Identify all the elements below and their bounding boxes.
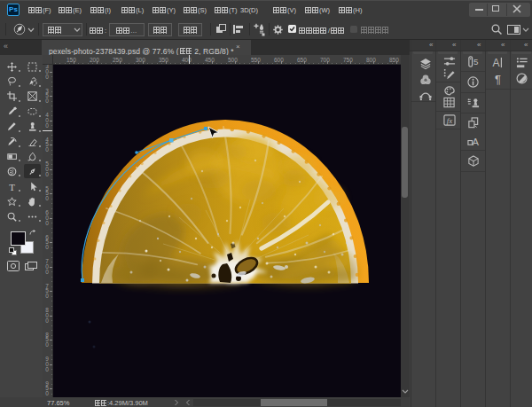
svg-text:A: A (472, 136, 479, 146)
svg-text:fx: fx (446, 116, 451, 125)
svg-text:5: 5 (473, 57, 478, 67)
svg-text:T: T (9, 182, 15, 192)
svg-text:¶: ¶ (495, 73, 501, 85)
svg-text:A: A (492, 57, 500, 69)
